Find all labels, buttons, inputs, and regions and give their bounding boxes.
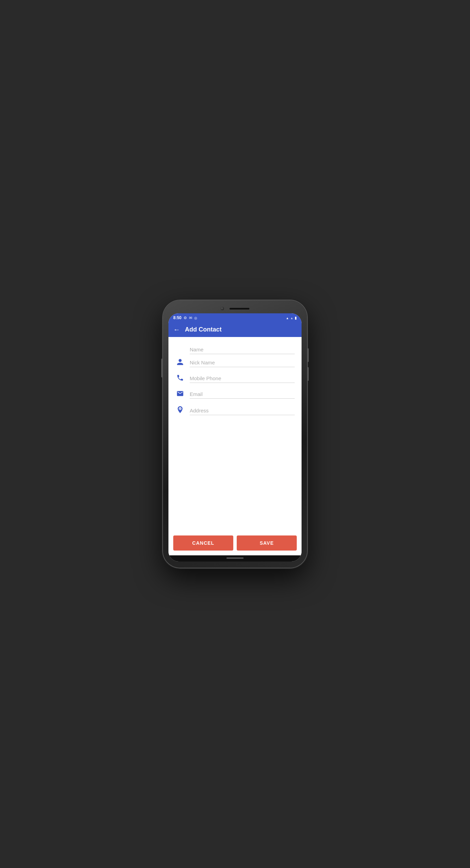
email-row xyxy=(175,387,295,401)
address-input[interactable] xyxy=(190,406,295,415)
email-icon xyxy=(175,390,185,399)
cancel-button[interactable]: CANCEL xyxy=(173,535,233,551)
status-right xyxy=(286,316,297,320)
volume-up-button xyxy=(307,348,309,362)
nickname-input[interactable] xyxy=(190,358,295,367)
form-content: IP xyxy=(168,337,302,531)
location-icon: IP xyxy=(175,406,185,415)
email-field xyxy=(190,390,295,399)
gear-icon xyxy=(184,316,187,320)
battery-icon xyxy=(295,316,297,320)
address-row: IP xyxy=(175,403,295,418)
back-button[interactable]: ← xyxy=(173,326,180,334)
address-field xyxy=(190,406,295,415)
mobile-input[interactable] xyxy=(190,374,295,383)
save-button[interactable]: SAVE xyxy=(237,535,297,551)
status-time: 8:50 xyxy=(173,315,181,320)
nav-bar xyxy=(168,555,302,562)
power-button xyxy=(161,359,163,377)
svg-text:IP: IP xyxy=(179,408,181,410)
camera xyxy=(220,306,224,311)
bottom-bar: CANCEL SAVE xyxy=(168,531,302,555)
name-fields xyxy=(190,345,295,367)
phone-screen: 8:50 ← Add Contact xyxy=(168,313,302,562)
mobile-row xyxy=(175,371,295,386)
page-title: Add Contact xyxy=(185,326,222,333)
status-left: 8:50 xyxy=(173,315,197,320)
app-bar: ← Add Contact xyxy=(168,322,302,337)
mail-icon xyxy=(189,316,192,320)
mobile-field xyxy=(190,374,295,383)
status-bar: 8:50 xyxy=(168,313,302,322)
signal-icon xyxy=(290,316,293,320)
phone-top-bar xyxy=(168,306,302,311)
volume-down-button xyxy=(307,367,309,381)
name-input[interactable] xyxy=(190,345,295,354)
circle-icon xyxy=(194,316,197,320)
phone-icon xyxy=(175,374,185,383)
wifi-icon xyxy=(286,316,289,320)
name-nickname-row xyxy=(175,342,295,370)
email-input[interactable] xyxy=(190,390,295,399)
home-indicator xyxy=(226,557,244,559)
speaker xyxy=(229,308,250,310)
phone-device: 8:50 ← Add Contact xyxy=(163,300,307,568)
person-icon xyxy=(175,358,185,367)
